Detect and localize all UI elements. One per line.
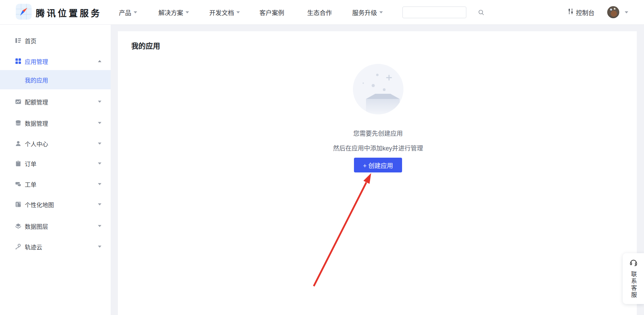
headset-icon <box>629 258 638 268</box>
chevron-down-icon <box>98 101 101 103</box>
nav-item-label: 生态合作 <box>307 8 332 17</box>
sidebar-item-label: 首页 <box>25 36 36 45</box>
chevron-down-icon <box>134 11 137 13</box>
contact-support-label: 联系客服 <box>629 271 638 299</box>
sidebar-item-label: 配额管理 <box>25 98 48 106</box>
home-icon <box>14 37 22 44</box>
nav-item-label: 服务升级 <box>352 8 377 17</box>
database-icon <box>14 119 22 127</box>
console-label: 控制台 <box>576 8 595 17</box>
nav-item-label: 产品 <box>119 8 131 17</box>
logo-text: 腾讯位置服务 <box>36 6 102 19</box>
custom-map-icon <box>14 201 22 208</box>
search-box <box>402 7 466 18</box>
sidebar-item-label: 轨迹云 <box>25 243 42 251</box>
search-icon[interactable] <box>478 9 484 15</box>
chevron-down-icon <box>98 122 101 124</box>
sidebar-item-tickets[interactable]: 工单 <box>0 174 111 194</box>
user-avatar[interactable] <box>607 6 619 18</box>
sidebar-item-label: 应用管理 <box>25 57 48 66</box>
nav-item-upgrade[interactable]: 服务升级 <box>352 0 383 24</box>
nav-item-solutions[interactable]: 解决方案 <box>158 0 189 24</box>
nav-item-products[interactable]: 产品 <box>119 0 137 24</box>
empty-state-illustration <box>353 64 403 114</box>
layers-icon <box>14 222 22 230</box>
sidebar-item-orders[interactable]: 订单 <box>0 153 111 174</box>
console-link[interactable]: 控制台 <box>568 0 595 24</box>
nav-item-label: 解决方案 <box>158 8 183 17</box>
sidebar-item-data-management[interactable]: 数据管理 <box>0 113 111 133</box>
sidebar-item-label: 订单 <box>25 159 36 168</box>
avatar-chevron-down-icon[interactable] <box>625 11 628 13</box>
sidebar-subitem-label: 我的应用 <box>25 76 48 84</box>
sidebar-item-label: 个人中心 <box>25 139 48 148</box>
page: 腾讯位置服务 产品 解决方案 开发文档 客户案例 生态合作 服务升级 <box>0 0 644 315</box>
nav-item-label: 开发文档 <box>209 8 234 17</box>
nav-item-label: 客户案例 <box>259 8 284 17</box>
chevron-down-icon <box>98 246 101 248</box>
order-clipboard-icon <box>14 160 22 167</box>
sidebar-item-quota[interactable]: 配额管理 <box>0 91 111 112</box>
chevron-down-icon <box>186 11 189 13</box>
chevron-down-icon <box>98 143 101 145</box>
chevron-down-icon <box>98 183 101 185</box>
main-content-card: 我的应用 您需要先创建应用 然后在应用中添加key并进行管理 + <box>118 31 637 315</box>
apps-grid-icon <box>14 57 22 65</box>
empty-state-line2: 然后在应用中添加key并进行管理 <box>309 144 447 153</box>
sidebar-item-label: 工单 <box>25 180 36 189</box>
sidebar-item-personal-center[interactable]: 个人中心 <box>0 133 111 154</box>
sidebar-subitem-my-apps[interactable]: 我的应用 <box>0 70 111 89</box>
contact-support-widget[interactable]: 联系客服 <box>623 253 644 304</box>
sidebar-item-home[interactable]: 首页 <box>0 30 111 51</box>
chevron-down-icon <box>98 225 101 227</box>
sliders-icon <box>568 8 574 16</box>
chevron-down-icon <box>379 11 383 13</box>
ticket-chat-icon <box>14 180 22 188</box>
sidebar-item-data-layers[interactable]: 数据图层 <box>0 216 111 236</box>
nav-item-ecosystem[interactable]: 生态合作 <box>307 0 332 24</box>
sidebar-item-track-cloud[interactable]: 轨迹云 <box>0 236 111 257</box>
sidebar-item-label: 数据管理 <box>25 119 48 127</box>
nav-item-cases[interactable]: 客户案例 <box>259 0 284 24</box>
sidebar-item-label: 数据图层 <box>25 222 48 230</box>
sidebar: 首页 应用管理 我的应用 <box>0 25 111 315</box>
chevron-up-icon <box>98 60 101 62</box>
chevron-down-icon <box>236 11 240 13</box>
top-navbar: 腾讯位置服务 产品 解决方案 开发文档 客户案例 生态合作 服务升级 <box>0 0 644 25</box>
create-app-button[interactable]: + 创建应用 <box>354 158 402 172</box>
logo[interactable]: 腾讯位置服务 <box>16 4 102 20</box>
user-icon <box>14 140 22 147</box>
empty-state-line1: 您需要先创建应用 <box>309 130 447 138</box>
nav-item-docs[interactable]: 开发文档 <box>209 0 240 24</box>
sidebar-item-app-management[interactable]: 应用管理 <box>0 51 111 71</box>
track-pin-icon <box>14 243 22 250</box>
sidebar-item-label: 个性化地图 <box>25 200 54 209</box>
compass-logo-icon <box>16 4 32 21</box>
search-input[interactable] <box>403 7 478 18</box>
quota-chart-icon <box>14 98 22 105</box>
page-title: 我的应用 <box>131 40 160 50</box>
chevron-down-icon <box>98 203 101 205</box>
chevron-down-icon <box>98 162 101 165</box>
sidebar-item-custom-map[interactable]: 个性化地图 <box>0 194 111 215</box>
